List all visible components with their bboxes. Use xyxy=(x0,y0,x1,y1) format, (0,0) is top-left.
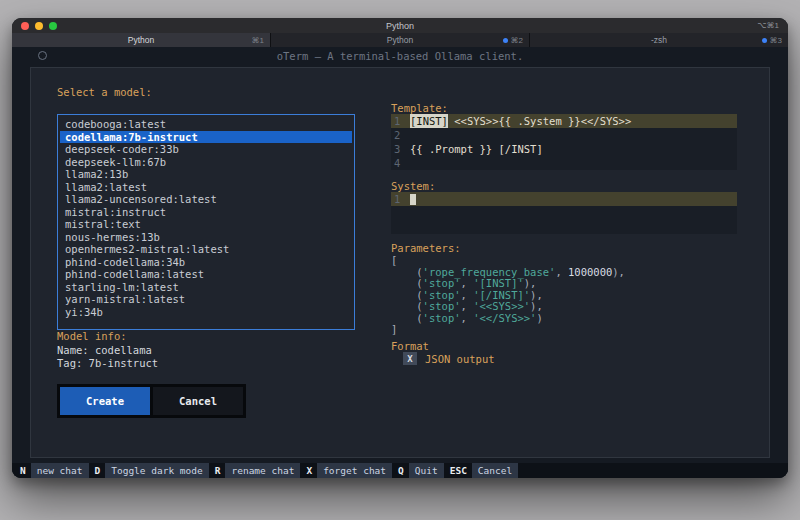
model-list-item[interactable]: codebooga:latest xyxy=(60,118,352,131)
footer-key: R xyxy=(210,463,226,478)
json-output-checkbox[interactable]: X xyxy=(403,352,417,365)
activity-dot-icon xyxy=(503,38,508,43)
json-output-label: JSON output xyxy=(425,353,495,365)
tab-label: Python xyxy=(128,35,154,45)
format-label: Format xyxy=(391,340,429,352)
model-info-label: Model info: xyxy=(57,330,127,342)
app-header: oTerm — A terminal-based Ollama client. xyxy=(12,50,788,62)
minimize-button[interactable] xyxy=(35,22,43,30)
zoom-button[interactable] xyxy=(49,22,57,30)
system-line xyxy=(391,220,737,234)
model-list[interactable]: codebooga:latestcodellama:7b-instructdee… xyxy=(57,114,355,330)
terminal-window: Python ⌥⌘1 Python ⌘1 Python ⌘2 -zsh ⌘3 o… xyxy=(12,18,788,478)
footer-description: Quit xyxy=(409,463,444,478)
model-list-item[interactable]: mistral:instruct xyxy=(60,206,352,219)
parameter-line: ] xyxy=(391,324,625,336)
system-label: System: xyxy=(391,180,435,192)
tab-shortcut: ⌘3 xyxy=(762,36,782,45)
tab-python-2[interactable]: Python ⌘2 xyxy=(271,33,530,47)
terminal-content: oTerm — A terminal-based Ollama client. … xyxy=(12,47,788,478)
footer-bar: Nnew chatDToggle dark modeRrename chatXf… xyxy=(12,463,788,478)
template-line-text: <<SYS>>{{ .System }}<</SYS>> xyxy=(448,114,631,128)
system-line: 1 xyxy=(391,192,737,206)
footer-key-binding[interactable]: Xforget chat xyxy=(301,463,392,478)
model-list-item[interactable]: phind-codellama:latest xyxy=(60,268,352,281)
footer-description: new chat xyxy=(31,463,89,478)
footer-key: D xyxy=(90,463,106,478)
close-button[interactable] xyxy=(21,22,29,30)
cancel-button[interactable]: Cancel xyxy=(153,387,243,415)
footer-key: X xyxy=(301,463,317,478)
footer-description: forget chat xyxy=(317,463,392,478)
template-line: 3 {{ .Prompt }} [/INST] xyxy=(391,142,737,156)
model-list-item[interactable]: starling-lm:latest xyxy=(60,281,352,294)
model-list-item[interactable]: phind-codellama:34b xyxy=(60,256,352,269)
line-number: 2 xyxy=(391,128,410,142)
tab-label: Python xyxy=(387,35,413,45)
json-output-option: X JSON output xyxy=(403,352,495,365)
line-number: 4 xyxy=(391,156,410,170)
text-cursor xyxy=(410,194,416,205)
template-line: 1 [INST] <<SYS>>{{ .System }}<</SYS>> xyxy=(391,114,737,128)
line-number: 1 xyxy=(391,192,410,206)
model-list-item[interactable]: llama2:13b xyxy=(60,168,352,181)
footer-description: Toggle dark mode xyxy=(105,463,209,478)
tab-label: -zsh xyxy=(651,35,667,45)
footer-key-binding[interactable]: DToggle dark mode xyxy=(90,463,209,478)
tab-python-1[interactable]: Python ⌘1 xyxy=(12,33,271,47)
parameters-label: Parameters: xyxy=(391,242,461,254)
footer-key-binding[interactable]: QQuit xyxy=(393,463,444,478)
tab-shortcut-text: ⌘1 xyxy=(252,36,264,45)
footer-description: rename chat xyxy=(225,463,300,478)
window-title: Python xyxy=(12,18,788,33)
window-shortcut-badge: ⌥⌘1 xyxy=(757,18,779,33)
template-line: 2 xyxy=(391,128,737,142)
model-list-item[interactable]: llama2-uncensored:latest xyxy=(60,193,352,206)
model-info-tag: Tag: 7b-instruct xyxy=(57,357,158,369)
parameters-body: [ ('rope_frequency_base', 1000000), ('st… xyxy=(391,255,625,336)
template-editor[interactable]: 1 [INST] <<SYS>>{{ .System }}<</SYS>> 2 … xyxy=(391,114,737,170)
traffic-lights xyxy=(21,22,57,30)
footer-key: Q xyxy=(393,463,409,478)
model-list-item[interactable]: yarn-mistral:latest xyxy=(60,293,352,306)
template-line-text: {{ .Prompt }} [/INST] xyxy=(410,142,543,156)
tab-shortcut-text: ⌘2 xyxy=(511,36,523,45)
template-label: Template: xyxy=(391,102,448,114)
system-editor[interactable]: 1 xyxy=(391,192,737,234)
template-line: 4 xyxy=(391,156,737,170)
system-line xyxy=(391,206,737,220)
footer-key-binding[interactable]: Rrename chat xyxy=(210,463,301,478)
model-list-item[interactable]: codellama:7b-instruct xyxy=(60,131,352,144)
model-list-item[interactable]: yi:34b xyxy=(60,306,352,319)
model-list-item[interactable]: deepseek-llm:67b xyxy=(60,156,352,169)
activity-dot-icon xyxy=(762,38,767,43)
model-list-item[interactable]: nous-hermes:13b xyxy=(60,231,352,244)
model-list-item[interactable]: openhermes2-mistral:latest xyxy=(60,243,352,256)
tab-shortcut: ⌘1 xyxy=(252,36,264,45)
model-list-item[interactable]: mistral:text xyxy=(60,218,352,231)
model-create-dialog: Select a model: codebooga:latestcodellam… xyxy=(30,67,770,458)
titlebar: Python ⌥⌘1 xyxy=(12,18,788,33)
footer-key: N xyxy=(15,463,31,478)
tab-bar: Python ⌘1 Python ⌘2 -zsh ⌘3 xyxy=(12,33,788,47)
tab-zsh[interactable]: -zsh ⌘3 xyxy=(530,33,788,47)
tab-shortcut: ⌘2 xyxy=(503,36,523,45)
footer-key-binding[interactable]: ESCCancel xyxy=(445,463,519,478)
line-number: 1 xyxy=(391,114,410,128)
footer-description: Cancel xyxy=(472,463,518,478)
text-cursor: [INST] xyxy=(410,114,448,128)
dialog-buttons: Create Cancel xyxy=(57,384,246,418)
model-list-item[interactable]: llama2:latest xyxy=(60,181,352,194)
footer-key: ESC xyxy=(445,463,472,478)
create-button[interactable]: Create xyxy=(60,387,150,415)
model-list-item[interactable]: deepseek-coder:33b xyxy=(60,143,352,156)
model-info-name: Name: codellama xyxy=(57,344,152,356)
parameter-line: ('stop', '<</SYS>>') xyxy=(391,313,625,325)
tab-shortcut-text: ⌘3 xyxy=(770,36,782,45)
line-number: 3 xyxy=(391,142,410,156)
footer-key-binding[interactable]: Nnew chat xyxy=(15,463,89,478)
select-model-label: Select a model: xyxy=(57,86,152,98)
